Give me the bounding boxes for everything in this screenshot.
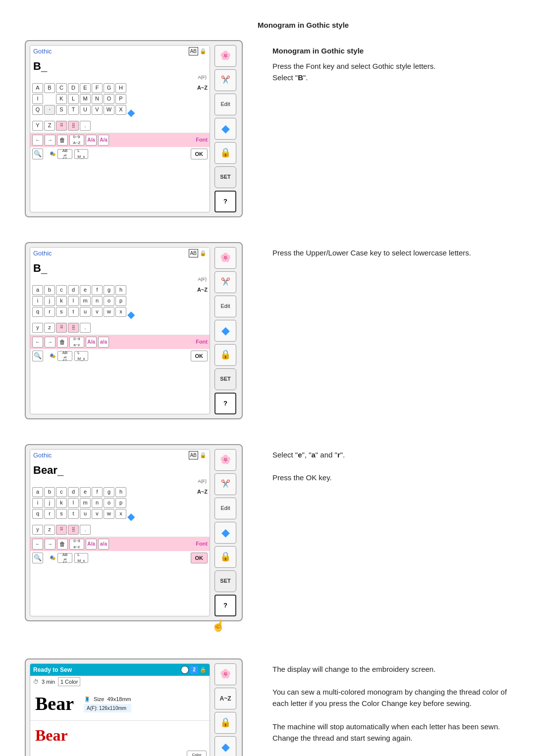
sewing-icon-1[interactable]: ✂️: [214, 69, 236, 91]
key-i3[interactable]: i: [32, 498, 43, 508]
key-f[interactable]: f: [92, 285, 103, 295]
key-t3[interactable]: t: [68, 509, 79, 519]
key-b[interactable]: b: [44, 285, 55, 295]
set-btn-2[interactable]: SET: [214, 368, 236, 390]
key-h[interactable]: h: [115, 285, 126, 295]
key-v[interactable]: v: [92, 307, 103, 317]
font-label-btn-3[interactable]: Font: [196, 540, 208, 548]
lock-icon-sb-3[interactable]: 🔒: [214, 546, 236, 568]
ab-btn-2[interactable]: AB🎵: [57, 351, 72, 361]
key-grid5[interactable]: ⠿: [56, 525, 67, 535]
key-b3[interactable]: b: [44, 487, 55, 497]
left-arrow-btn-2[interactable]: ←: [32, 337, 43, 348]
az-btn-1[interactable]: A~Z: [197, 83, 208, 93]
num-az-btn-3[interactable]: 0~9a~z: [69, 539, 84, 550]
key-m3[interactable]: m: [80, 498, 91, 508]
edit-btn-2[interactable]: Edit: [214, 296, 236, 317]
key-W[interactable]: W: [104, 105, 114, 115]
key-n3[interactable]: n: [92, 498, 103, 508]
diamond-icon-1[interactable]: ◆: [214, 118, 236, 140]
help-btn-2[interactable]: ?: [214, 393, 236, 414]
key-h3[interactable]: h: [115, 487, 126, 497]
key-q3[interactable]: q: [32, 509, 43, 519]
key-z3[interactable]: z: [44, 525, 55, 535]
key-X[interactable]: X: [115, 105, 126, 115]
key-P[interactable]: P: [115, 94, 126, 104]
lms-btn-3[interactable]: LM_s: [74, 553, 88, 563]
font-case-btn-3b[interactable]: a/a: [98, 539, 109, 550]
key-s3[interactable]: s: [56, 509, 67, 519]
key-e3[interactable]: e: [80, 487, 91, 497]
key-grid3[interactable]: ⠿: [56, 323, 67, 333]
key-i[interactable]: i: [32, 296, 43, 306]
lock-icon-sb-2[interactable]: 🔒: [214, 344, 236, 366]
key-y3[interactable]: y: [32, 525, 43, 535]
num-az-btn-1[interactable]: 0~9A~Z: [69, 135, 84, 146]
set-btn-1[interactable]: SET: [214, 166, 236, 188]
diamond-btn-2[interactable]: ◆: [127, 307, 135, 322]
key-x[interactable]: x: [115, 307, 126, 317]
key-N[interactable]: N: [92, 94, 103, 104]
az-btn-3[interactable]: A~Z: [197, 487, 208, 497]
key-I[interactable]: I: [32, 94, 43, 104]
key-grid6[interactable]: ⣿: [68, 525, 79, 535]
key-l[interactable]: l: [68, 296, 79, 306]
diamond-icon-4[interactable]: ◆: [214, 736, 236, 756]
key-m[interactable]: m: [80, 296, 91, 306]
key-g[interactable]: g: [104, 285, 114, 295]
diamond-btn-3[interactable]: ◆: [127, 509, 135, 524]
key-r3[interactable]: r: [44, 509, 55, 519]
key-o3[interactable]: o: [104, 498, 114, 508]
key-D[interactable]: D: [68, 83, 79, 93]
font-label-btn-2[interactable]: Font: [196, 338, 208, 346]
key-w3[interactable]: w: [104, 509, 114, 519]
key-t[interactable]: t: [68, 307, 79, 317]
help-btn-3[interactable]: ?: [214, 595, 236, 616]
key-x3[interactable]: x: [115, 509, 126, 519]
key-period3[interactable]: .: [80, 525, 91, 535]
flower-icon-2[interactable]: 🌸: [214, 247, 236, 269]
font-case-btn-2b[interactable]: a/a: [98, 337, 109, 348]
key-period[interactable]: .: [80, 121, 91, 131]
flower-icon-1[interactable]: 🌸: [214, 45, 236, 67]
key-r[interactable]: r: [44, 307, 55, 317]
key-p[interactable]: p: [115, 296, 126, 306]
font-case-btn-2a[interactable]: A/a: [86, 337, 97, 348]
ok-btn-3[interactable]: OK: [191, 553, 208, 564]
key-d3[interactable]: d: [68, 487, 79, 497]
search-btn-2[interactable]: 🔍: [32, 351, 43, 361]
diamond-icon-2[interactable]: ◆: [214, 320, 236, 342]
key-v3[interactable]: v: [92, 509, 103, 519]
key-a3[interactable]: a: [32, 487, 43, 497]
left-arrow-btn-1[interactable]: ←: [32, 135, 43, 146]
lms-btn-1[interactable]: LM_s: [74, 149, 88, 159]
key-K[interactable]: K: [56, 94, 67, 104]
sewing-icon-2[interactable]: ✂️: [214, 271, 236, 293]
key-O[interactable]: O: [104, 94, 114, 104]
key-s[interactable]: s: [56, 307, 67, 317]
font-label-btn-1[interactable]: Font: [196, 136, 208, 144]
lock-icon-sb-4[interactable]: 🔒: [214, 712, 236, 734]
left-arrow-btn-3[interactable]: ←: [32, 539, 43, 550]
diamond-icon-3[interactable]: ◆: [214, 522, 236, 544]
search-btn-3[interactable]: 🔍: [32, 553, 43, 563]
right-arrow-btn-2[interactable]: →: [45, 337, 55, 348]
key-G[interactable]: G: [104, 83, 114, 93]
ok-btn-1[interactable]: OK: [191, 149, 208, 160]
flower-icon-4[interactable]: 🌸: [214, 663, 236, 685]
ab-btn-3[interactable]: AB🎵: [57, 553, 72, 563]
key-A[interactable]: A: [32, 83, 43, 93]
key-Y[interactable]: Y: [32, 121, 43, 131]
key-z[interactable]: z: [44, 323, 55, 333]
key-V[interactable]: V: [92, 105, 103, 115]
key-U[interactable]: U: [80, 105, 91, 115]
key-p3[interactable]: p: [115, 498, 126, 508]
key-n[interactable]: n: [92, 296, 103, 306]
right-arrow-btn-3[interactable]: →: [45, 539, 55, 550]
key-E[interactable]: E: [80, 83, 91, 93]
ab-btn-1[interactable]: AB🎵: [57, 149, 72, 159]
key-g3[interactable]: g: [104, 487, 114, 497]
key-u[interactable]: u: [80, 307, 91, 317]
key-period2[interactable]: .: [80, 323, 91, 333]
key-y[interactable]: y: [32, 323, 43, 333]
